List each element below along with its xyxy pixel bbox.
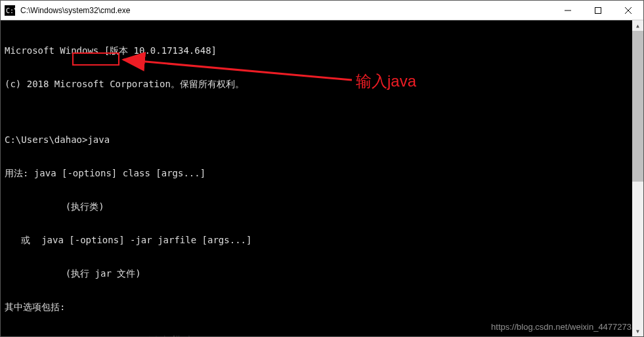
watermark: https://blog.csdn.net/weixin_4477273 [491, 321, 632, 332]
scroll-down-icon[interactable]: ▼ [632, 326, 643, 336]
terminal-line: 其中选项包括: [5, 302, 639, 313]
window-controls [553, 1, 643, 20]
terminal-line: 或 java [-options] -jar jarfile [args...] [5, 235, 639, 246]
terminal-line: C:\Users\dahao>java [5, 134, 639, 146]
svg-rect-3 [595, 7, 601, 13]
scrollbar-thumb[interactable] [632, 31, 643, 182]
scroll-up-icon[interactable]: ▲ [632, 20, 643, 31]
svg-text:C:\: C:\ [6, 7, 15, 14]
terminal-line: (执行 jar 文件) [5, 268, 639, 279]
window-title: C:\Windows\system32\cmd.exe [19, 6, 553, 15]
cmd-window: C:\ C:\Windows\system32\cmd.exe Microsof… [0, 0, 644, 337]
terminal-body[interactable]: Microsoft Windows [版本 10.0.17134.648] (c… [1, 20, 643, 336]
terminal-line: -d32 使用 32 位数据模型 (如果可用) [5, 335, 639, 336]
terminal-line: Microsoft Windows [版本 10.0.17134.648] [5, 45, 639, 56]
minimize-button[interactable] [553, 1, 583, 20]
cmd-icon: C:\ [5, 5, 15, 16]
terminal-line: (c) 2018 Microsoft Corporation。保留所有权利。 [5, 79, 639, 90]
terminal-line: (执行类) [5, 201, 639, 212]
close-button[interactable] [613, 1, 643, 20]
terminal-line: 用法: java [-options] class [args...] [5, 168, 639, 179]
maximize-button[interactable] [583, 1, 613, 20]
scrollbar-track[interactable]: ▲ ▼ [632, 20, 643, 336]
titlebar[interactable]: C:\ C:\Windows\system32\cmd.exe [1, 1, 643, 20]
